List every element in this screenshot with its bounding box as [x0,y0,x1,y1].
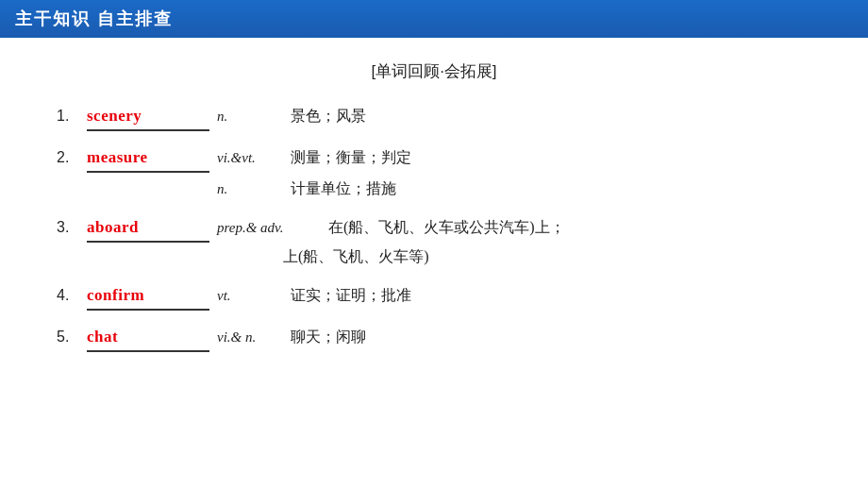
section-title: [单词回顾·会拓展] [57,60,811,82]
item-definition-5: 聊天；闲聊 [291,325,366,349]
item-number-1: 1. [57,104,87,128]
item-word-4: confirm [87,282,209,308]
header-bar: 主干知识 自主排查 [0,0,868,38]
vocab-item-3: 3. aboard prep.& adv. 在(船、飞机、火车或公共汽车)上； … [57,214,811,269]
vocab-list: 1. scenery n. 景色；风景 2. measure vi.&vt. [57,103,811,352]
item-word-2: measure [87,144,209,170]
item-pos-4: vt. [217,284,283,307]
vocab-item-2: 2. measure vi.&vt. 测量；衡量；判定 n. 计量单位；措施 [57,144,811,201]
item-pos-2a: vi.&vt. [217,146,283,169]
item-number-5: 5. [57,325,87,349]
item-pos-5: vi.& n. [217,326,283,348]
item-word-wrap-2: measure [87,144,209,173]
item-word-1: scenery [87,103,209,128]
item-number-2: 2. [57,145,87,170]
item-underline-4 [87,309,209,311]
item-underline-2 [87,171,209,173]
page-wrapper: 主干知识 自主排查 [单词回顾·会拓展] 1. scenery n. 景色；风景… [0,0,868,489]
vocab-item-4: 4. confirm vt. 证实；证明；批准 [57,282,811,311]
item-word-wrap-4: confirm [87,282,209,311]
item-row-3a: 3. aboard prep.& adv. 在(船、飞机、火车或公共汽车)上； [57,214,565,243]
item-word-wrap-3: aboard [87,214,209,243]
content-area: [单词回顾·会拓展] 1. scenery n. 景色；风景 2. measur… [0,38,868,489]
item-definition-4: 证实；证明；批准 [291,283,411,308]
item-pos-3: prep.& adv. [217,216,321,239]
item-row-2b: n. 计量单位；措施 [57,177,396,201]
item-underline-5 [87,350,209,352]
item-row-2a: 2. measure vi.&vt. 测量；衡量；判定 [57,144,411,173]
item-continuation-3: 上(船、飞机、火车等) [283,244,429,269]
item-pos-2b: n. [217,177,283,200]
item-underline-3 [87,241,209,243]
item-definition-2b: 计量单位；措施 [291,177,396,201]
item-number-3: 3. [57,215,87,240]
item-word-wrap-1: scenery [87,103,209,131]
item-row-3b: 上(船、飞机、火车等) [57,244,429,269]
item-underline-1 [87,129,209,131]
header-title: 主干知识 自主排查 [15,8,173,30]
item-definition-3: 在(船、飞机、火车或公共汽车)上； [328,215,565,240]
item-word-3: aboard [87,214,209,240]
vocab-item-1: 1. scenery n. 景色；风景 [57,103,811,131]
item-definition-1: 景色；风景 [291,104,366,128]
item-word-5: chat [87,324,209,349]
item-definition-2a: 测量；衡量；判定 [291,145,411,170]
item-word-wrap-5: chat [87,324,209,352]
vocab-item-5: 5. chat vi.& n. 聊天；闲聊 [57,324,811,352]
item-number-4: 4. [57,283,87,308]
item-pos-1: n. [217,105,283,127]
